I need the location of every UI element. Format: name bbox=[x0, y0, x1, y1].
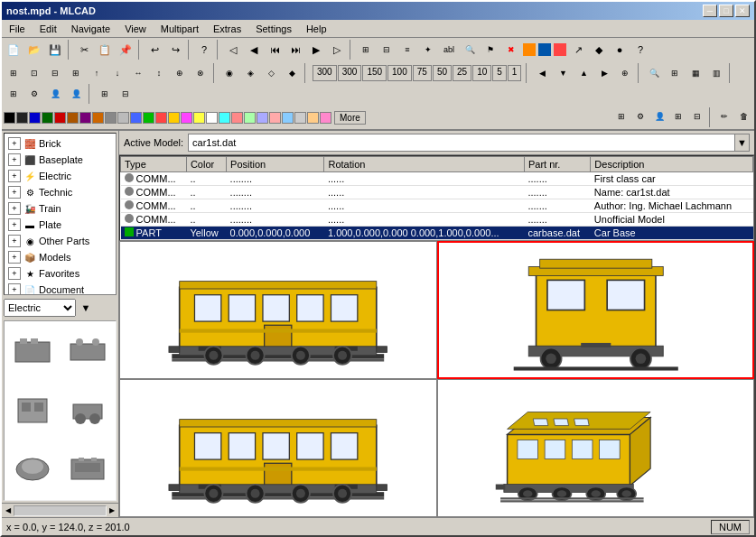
swatch-pink[interactable] bbox=[181, 112, 192, 124]
swatch-brown[interactable] bbox=[67, 112, 79, 124]
menu-multipart[interactable]: Multipart bbox=[154, 22, 206, 35]
tree-item-baseplate[interactable]: + ⬛ Baseplate bbox=[6, 152, 114, 168]
tb2-9[interactable]: ⊕ bbox=[170, 63, 190, 83]
table-row[interactable]: PART Yellow 0.000,0.000,0.000 1.000,0.00… bbox=[121, 227, 753, 240]
tree-item-other-parts[interactable]: + ◉ Other Parts bbox=[6, 233, 114, 249]
palette-extra5[interactable]: ⊟ bbox=[688, 107, 706, 125]
color-btn-3[interactable] bbox=[553, 42, 567, 57]
tree-expand-plate[interactable]: + bbox=[8, 218, 21, 231]
table-row[interactable]: COMM... .. ........ ...... ....... First… bbox=[121, 172, 753, 186]
swatch-rose[interactable] bbox=[269, 112, 281, 124]
swatch-purple[interactable] bbox=[79, 112, 91, 124]
num-100[interactable]: 100 bbox=[387, 65, 412, 81]
color-btn-1[interactable] bbox=[522, 42, 537, 57]
tb2-8[interactable]: ↕ bbox=[149, 63, 169, 83]
tb2-7[interactable]: ↔ bbox=[128, 63, 148, 83]
view-panel-bottom-right[interactable] bbox=[437, 379, 755, 517]
num-5[interactable]: 5 bbox=[492, 65, 507, 81]
cut-button[interactable]: ✂ bbox=[74, 40, 94, 60]
col-position[interactable]: Position bbox=[227, 157, 324, 172]
col-color[interactable]: Color bbox=[186, 157, 226, 172]
open-button[interactable]: 📂 bbox=[24, 40, 44, 60]
tree-expand-brick[interactable]: + bbox=[8, 137, 21, 150]
active-model-dropdown-btn[interactable]: ▼ bbox=[734, 134, 749, 151]
swatch-lblue[interactable] bbox=[130, 112, 142, 124]
col-rotation[interactable]: Rotation bbox=[324, 157, 525, 172]
tb2-zoom[interactable]: 🔍 bbox=[644, 63, 664, 83]
tree-expand-technic[interactable]: + bbox=[8, 186, 21, 199]
menu-edit[interactable]: Edit bbox=[33, 22, 64, 35]
tb2-2[interactable]: ⊡ bbox=[24, 63, 44, 83]
step-back-button[interactable]: ⏮ bbox=[265, 40, 285, 60]
palette-extra6[interactable]: ✏ bbox=[715, 107, 733, 125]
table-row[interactable]: COMM... .. ........ ...... ....... Autho… bbox=[121, 199, 753, 213]
menu-navigate[interactable]: Navigate bbox=[64, 22, 117, 35]
swatch-black[interactable] bbox=[4, 112, 15, 124]
view-panel-top-right[interactable] bbox=[437, 241, 755, 379]
tb2-grid[interactable]: ⊞ bbox=[665, 63, 685, 83]
tb2-3[interactable]: ⊟ bbox=[45, 63, 65, 83]
tb2-extra2[interactable]: ⚙ bbox=[24, 84, 44, 104]
col-description[interactable]: Description bbox=[591, 157, 753, 172]
menu-settings[interactable]: Settings bbox=[248, 22, 299, 35]
swatch-orange[interactable] bbox=[92, 112, 104, 124]
tb2-10[interactable]: ⊗ bbox=[191, 63, 210, 83]
tree-item-brick[interactable]: + 🧱 Brick bbox=[6, 135, 114, 152]
num-300b[interactable]: 300 bbox=[338, 65, 362, 81]
part-item-3[interactable] bbox=[6, 382, 60, 439]
num-50[interactable]: 50 bbox=[433, 65, 452, 81]
tb2-move4[interactable]: ▶ bbox=[594, 63, 614, 83]
grid-btn-3[interactable]: ≡ bbox=[397, 40, 417, 60]
tb2-extra5[interactable]: ⊞ bbox=[95, 84, 115, 104]
play-back-button[interactable]: ◀ bbox=[244, 40, 264, 60]
tb2-move3[interactable]: ▲ bbox=[574, 63, 593, 83]
grid-btn-2[interactable]: ⊟ bbox=[377, 40, 397, 60]
menu-help[interactable]: Help bbox=[299, 22, 334, 35]
swatch-silver[interactable] bbox=[294, 112, 306, 124]
sidebar-scrollbar[interactable]: ◀ ▶ bbox=[2, 503, 118, 517]
text-btn[interactable]: abl bbox=[439, 40, 459, 60]
swatch-hotpink[interactable] bbox=[320, 112, 331, 124]
tb2-move1[interactable]: ◀ bbox=[532, 63, 552, 83]
palette-extra3[interactable]: 👤 bbox=[650, 107, 668, 125]
view-panel-top-left[interactable] bbox=[119, 241, 437, 379]
tree-expand-models[interactable]: + bbox=[8, 251, 21, 264]
flag-btn[interactable]: ⚑ bbox=[481, 40, 500, 60]
part-item-2[interactable] bbox=[61, 323, 115, 380]
swatch-white[interactable] bbox=[206, 112, 218, 124]
tb2-6[interactable]: ↓ bbox=[107, 63, 127, 83]
tb2-extra1[interactable]: ⊞ bbox=[4, 84, 23, 104]
grid-btn-1[interactable]: ⊞ bbox=[356, 40, 376, 60]
swatch-gray[interactable] bbox=[105, 112, 117, 124]
num-25[interactable]: 25 bbox=[453, 65, 471, 81]
grid-btn-4[interactable]: ✦ bbox=[418, 40, 438, 60]
tb2-move5[interactable]: ⊕ bbox=[615, 63, 635, 83]
scroll-left-btn[interactable]: ◀ bbox=[3, 505, 14, 516]
maximize-button[interactable]: □ bbox=[719, 5, 733, 17]
menu-view[interactable]: View bbox=[117, 22, 154, 35]
swatch-periwinkle[interactable] bbox=[257, 112, 268, 124]
step-fwd-button[interactable]: ⏭ bbox=[285, 40, 305, 60]
question-btn[interactable]: ? bbox=[630, 40, 650, 60]
minimize-button[interactable]: ─ bbox=[703, 5, 717, 17]
part-item-1[interactable] bbox=[6, 323, 60, 380]
tree-item-electric[interactable]: + ⚡ Electric bbox=[6, 168, 114, 184]
parts-category-select[interactable]: Electric Brick Train Plate bbox=[4, 299, 76, 317]
palette-extra4[interactable]: ⊞ bbox=[669, 107, 687, 125]
tree-expand-baseplate[interactable]: + bbox=[8, 153, 21, 166]
swatch-peach[interactable] bbox=[307, 112, 319, 124]
search-btn[interactable]: 🔍 bbox=[460, 40, 480, 60]
parts-list[interactable] bbox=[4, 320, 117, 501]
tb2-table[interactable]: ▦ bbox=[686, 63, 705, 83]
swatch-mint[interactable] bbox=[244, 112, 256, 124]
swatch-green[interactable] bbox=[42, 112, 53, 124]
tree-item-favorites[interactable]: + ★ Favorites bbox=[6, 265, 114, 282]
tree-expand-other[interactable]: + bbox=[8, 235, 21, 247]
redo-button[interactable]: ↪ bbox=[165, 40, 185, 60]
palette-extra1[interactable]: ⊞ bbox=[612, 107, 630, 125]
parts-tree[interactable]: + 🧱 Brick + ⬛ Baseplate + ⚡ Electric + ⚙ bbox=[4, 133, 117, 295]
num-300[interactable]: 300 bbox=[313, 65, 337, 81]
menu-extras[interactable]: Extras bbox=[206, 22, 248, 35]
tree-item-document[interactable]: + 📄 Document bbox=[6, 282, 114, 295]
tb2-14[interactable]: ◆ bbox=[282, 63, 302, 83]
